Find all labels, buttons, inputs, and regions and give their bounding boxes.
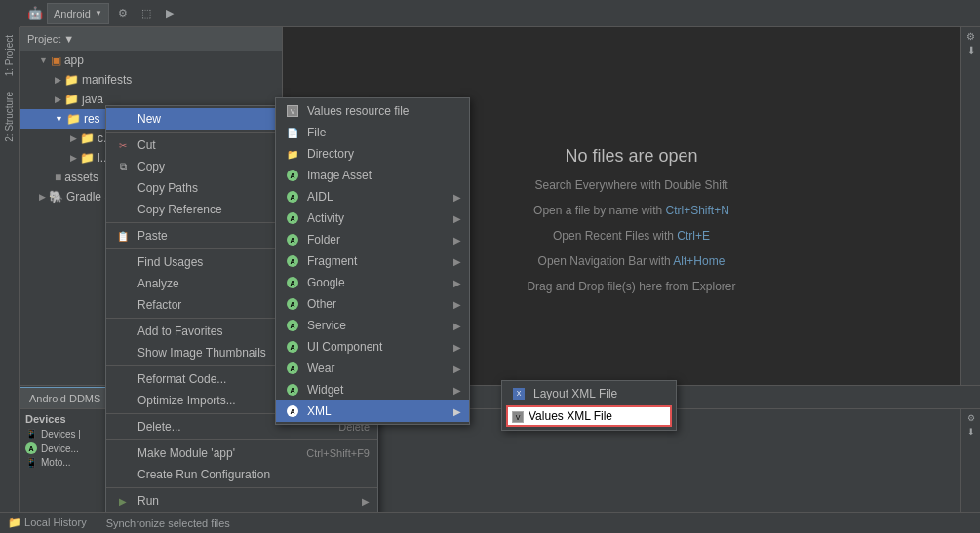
title-bar: 🤖 Android ▼ ⚙ ⬚ ▶	[20, 0, 980, 27]
menu-values-xml[interactable]: V Values XML File	[502, 404, 676, 428]
new-icon	[114, 111, 132, 127]
project-name: Android	[54, 8, 91, 19]
bottom-icon2[interactable]: ⬇	[967, 427, 975, 437]
menu-item-run[interactable]: ▶ Run ▶	[106, 490, 377, 512]
right-panel-icon1[interactable]: ⚙	[966, 31, 975, 42]
submenu-values-resource[interactable]: V Values resource file	[276, 100, 469, 122]
right-panel-icon2[interactable]: ⬇	[967, 45, 975, 56]
cut-icon: ✂	[114, 137, 132, 153]
tab-android-ddms[interactable]: Android DDMS	[20, 387, 111, 408]
find-usages-icon	[114, 254, 132, 270]
directory-icon: 📁	[284, 146, 301, 162]
menu-item-make-module[interactable]: Make Module 'app' Ctrl+Shift+F9	[106, 442, 377, 464]
hint-navbar: Open Navigation Bar with Alt+Home	[538, 254, 725, 268]
submenu-widget[interactable]: A Widget ▶	[276, 379, 469, 400]
android-ddms-label: Android DDMS	[29, 393, 100, 404]
menu-item-run-config[interactable]: Create Run Configuration	[106, 464, 377, 485]
google-icon: A	[284, 275, 301, 290]
copy-paths-icon	[114, 180, 132, 196]
make-module-icon	[114, 445, 132, 461]
layout-xml-icon: X	[510, 386, 528, 401]
run-icon: ▶	[114, 493, 132, 509]
activity-icon: A	[284, 210, 301, 226]
submenu-wear[interactable]: A Wear ▶	[276, 358, 469, 379]
service-icon: A	[284, 318, 301, 333]
submenu-xml[interactable]: A XML ▶	[276, 400, 469, 422]
project-panel-title: Project ▼	[27, 33, 74, 45]
tree-item-manifests[interactable]: ▶ 📁 manifests	[20, 70, 282, 90]
tab-project[interactable]: 1: Project	[0, 27, 19, 84]
bottom-icon1[interactable]: ⚙	[967, 413, 975, 423]
status-bar: 📁 Local History Synchronize selected fil…	[0, 512, 980, 533]
phone-icon: 📱	[25, 457, 37, 468]
submenu-ui-component[interactable]: A UI Component ▶	[276, 336, 469, 358]
fragment-icon: A	[284, 253, 301, 269]
optimize-icon	[114, 393, 132, 408]
toolbar-run-icon[interactable]: ▶	[160, 4, 179, 23]
copy-ref-icon	[114, 202, 132, 217]
toolbar-sync-icon[interactable]: ⬚	[137, 4, 156, 23]
values-xml-label: Values XML File	[529, 409, 612, 423]
android-logo-icon: 🤖	[27, 6, 43, 20]
project-dropdown[interactable]: Android ▼	[47, 3, 109, 24]
ui-component-icon: A	[284, 339, 301, 355]
widget-icon: A	[284, 382, 301, 398]
thumbnails-icon	[114, 345, 132, 361]
refactor-icon	[114, 297, 132, 313]
tree-item-app[interactable]: ▼ ▣ app	[20, 51, 282, 70]
vertical-tab-strip: 1: Project 2: Structure	[0, 27, 20, 533]
tab-structure[interactable]: 2: Structure	[0, 84, 19, 150]
image-asset-icon: A	[284, 168, 301, 183]
xml-submenu-icon: A	[284, 403, 301, 419]
separator8	[106, 487, 377, 488]
other-icon: A	[284, 296, 301, 312]
submenu-image-asset[interactable]: A Image Asset	[276, 165, 469, 186]
android-icon-device: A	[25, 442, 37, 454]
no-files-title: No files are open	[565, 146, 697, 167]
sync-status: Synchronize selected files	[106, 517, 230, 529]
submenu-new: V Values resource file 📄 File 📁 Director…	[275, 97, 470, 425]
project-panel-header: Project ▼	[20, 27, 282, 51]
values-resource-icon: V	[284, 103, 301, 119]
submenu-folder[interactable]: A Folder ▶	[276, 229, 469, 250]
menu-layout-xml[interactable]: X Layout XML File	[502, 383, 676, 404]
favorites-menu-icon	[114, 324, 132, 339]
submenu-service[interactable]: A Service ▶	[276, 315, 469, 336]
submenu-aidl[interactable]: A AIDL ▶	[276, 186, 469, 208]
dropdown-arrow-icon: ▼	[95, 9, 102, 18]
submenu-directory[interactable]: 📁 Directory	[276, 143, 469, 165]
local-history-status: 📁 Local History	[8, 516, 87, 529]
hint-search: Search Everywhere with Double Shift	[534, 178, 727, 192]
submenu-file[interactable]: 📄 File	[276, 122, 469, 143]
submenu-fragment[interactable]: A Fragment ▶	[276, 250, 469, 272]
aidl-icon: A	[284, 189, 301, 205]
submenu-google[interactable]: A Google ▶	[276, 272, 469, 293]
separator7	[106, 439, 377, 440]
analyze-icon	[114, 276, 132, 291]
bottom-right-icons: ⚙ ⬇	[960, 409, 980, 513]
device-icon-1: 📱	[25, 429, 37, 439]
reformat-icon	[114, 371, 132, 387]
delete-icon	[114, 419, 132, 435]
toolbar-gear-icon[interactable]: ⚙	[113, 4, 133, 23]
copy-icon: ⧉	[114, 159, 132, 174]
folder-submenu-icon: A	[284, 232, 301, 247]
values-xml-file-icon: V	[512, 409, 524, 423]
file-submenu-icon: 📄	[284, 125, 301, 140]
hint-open-file: Open a file by name with Ctrl+Shift+N	[533, 204, 729, 217]
submenu-activity[interactable]: A Activity ▶	[276, 208, 469, 229]
wear-icon: A	[284, 361, 301, 376]
hint-recent: Open Recent Files with Ctrl+E	[553, 229, 710, 243]
submenu-xml-panel: X Layout XML File V Values XML File	[501, 380, 677, 431]
run-config-icon	[114, 467, 132, 482]
submenu-other[interactable]: A Other ▶	[276, 293, 469, 315]
hint-drag: Drag and Drop file(s) here from Explorer	[527, 280, 735, 293]
paste-icon: 📋	[114, 228, 132, 244]
